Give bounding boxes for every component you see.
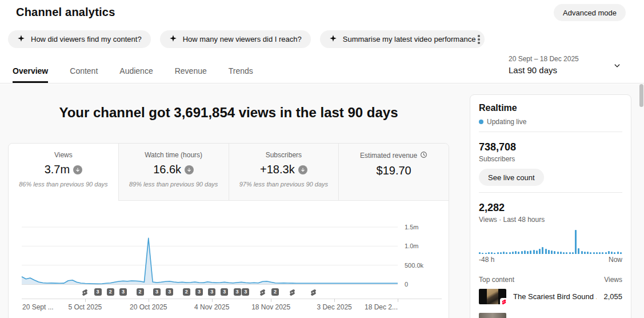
video-upload-marker[interactable]: 3 bbox=[208, 288, 215, 296]
axis-end-label: Now bbox=[609, 256, 622, 264]
realtime-bar bbox=[515, 251, 517, 254]
realtime-bar-chart[interactable] bbox=[479, 228, 622, 254]
video-upload-marker[interactable]: 3 bbox=[166, 288, 173, 296]
scrollbar-thumb[interactable] bbox=[639, 84, 643, 107]
metric-delta: 86% less than previous 90 days bbox=[9, 181, 118, 188]
video-upload-marker[interactable]: 3 bbox=[242, 288, 249, 296]
realtime-bar bbox=[524, 251, 526, 254]
metric-value-text: $19.70 bbox=[377, 164, 411, 177]
metric-label: Watch time (hours) bbox=[119, 151, 229, 159]
realtime-bar bbox=[611, 252, 613, 254]
clock-icon bbox=[420, 151, 427, 160]
metric-value: 16.6k bbox=[119, 163, 229, 176]
metric-value-text: 3.7m bbox=[45, 163, 70, 176]
svg-text:500.0k: 500.0k bbox=[405, 262, 424, 269]
tab-revenue[interactable]: Revenue bbox=[175, 66, 207, 83]
tab-content[interactable]: Content bbox=[70, 66, 98, 83]
suggestion-chip-label: How did viewers find my content? bbox=[31, 35, 142, 43]
realtime-bar bbox=[575, 230, 577, 254]
video-upload-marker[interactable]: 3 bbox=[153, 288, 161, 296]
tab-audience[interactable]: Audience bbox=[119, 66, 153, 83]
x-axis-tick bbox=[85, 299, 86, 302]
tab-overview[interactable]: Overview bbox=[13, 66, 48, 83]
realtime-card: Realtime Updating live 738,708 Subscribe… bbox=[470, 94, 631, 318]
realtime-bar bbox=[572, 252, 574, 254]
realtime-bar bbox=[533, 250, 535, 254]
suggestion-chip-3[interactable]: Summarise my latest video performance bbox=[320, 30, 485, 48]
realtime-subscriber-count: 738,708 bbox=[479, 141, 516, 153]
realtime-bar bbox=[542, 247, 543, 254]
x-axis-tick bbox=[149, 299, 149, 302]
overview-chart-card: Views3.7m86% less than previous 90 daysW… bbox=[8, 143, 449, 318]
realtime-status: Updating live bbox=[479, 118, 526, 126]
metric-card-subscribers[interactable]: Subscribers+18.3k97% less than previous … bbox=[229, 144, 339, 201]
realtime-bar bbox=[500, 252, 502, 254]
tab-trends[interactable]: Trends bbox=[229, 66, 253, 83]
video-count-badge: 2 bbox=[137, 288, 144, 296]
realtime-bar bbox=[557, 252, 559, 254]
see-live-count-button[interactable]: See live count bbox=[479, 169, 544, 186]
shorts-upload-marker[interactable] bbox=[289, 288, 296, 296]
realtime-bar bbox=[563, 252, 565, 254]
x-axis-label: 5 Oct 2025 bbox=[69, 303, 102, 311]
video-upload-marker[interactable]: 3 bbox=[221, 288, 228, 296]
shorts-upload-marker[interactable] bbox=[310, 288, 317, 296]
content-area: Your channel got 3,691,854 views in the … bbox=[0, 84, 644, 318]
realtime-bar bbox=[479, 252, 481, 254]
metric-card-watch-time-hours-[interactable]: Watch time (hours)16.6k89% less than pre… bbox=[118, 144, 229, 201]
suggestion-chip-label: How many new viewers did I reach? bbox=[183, 35, 302, 43]
metric-value: +18.3k bbox=[229, 163, 339, 176]
shorts-upload-marker[interactable] bbox=[81, 288, 89, 296]
video-upload-marker[interactable]: 3 bbox=[195, 288, 203, 296]
realtime-bar bbox=[560, 252, 562, 254]
views-line-chart[interactable]: 1.5m1.0m500.0k0 3232332333332 20 Sept ..… bbox=[9, 218, 449, 318]
realtime-views-count: 2,282 bbox=[479, 202, 505, 214]
views-headline: Your channel got 3,691,854 views in the … bbox=[8, 105, 449, 121]
live-dot-icon bbox=[479, 120, 483, 124]
realtime-bar bbox=[497, 252, 499, 254]
video-upload-marker[interactable]: 2 bbox=[107, 288, 114, 296]
realtime-bar bbox=[551, 251, 553, 254]
suggestion-chip-label: Summarise my latest video performance bbox=[343, 35, 476, 43]
more-options-kebab-icon[interactable] bbox=[475, 33, 483, 46]
sparkle-icon bbox=[169, 34, 177, 44]
realtime-bar bbox=[488, 252, 490, 254]
svg-text:0: 0 bbox=[405, 281, 408, 288]
suggestion-chip-1[interactable]: How did viewers find my content? bbox=[8, 30, 151, 48]
x-axis-label: 3 Dec 2025 bbox=[317, 303, 351, 311]
video-upload-marker[interactable]: 2 bbox=[137, 288, 144, 296]
analytics-tabs: OverviewContentAudienceRevenueTrends bbox=[13, 66, 253, 83]
shorts-icon bbox=[81, 288, 89, 298]
metric-label-text: Estimated revenue bbox=[360, 152, 417, 160]
metric-card-views[interactable]: Views3.7m86% less than previous 90 days bbox=[9, 144, 118, 201]
realtime-bar bbox=[509, 252, 511, 254]
video-upload-marker[interactable]: 3 bbox=[119, 288, 127, 296]
realtime-bar bbox=[596, 252, 598, 254]
chevron-down-icon[interactable] bbox=[612, 61, 622, 73]
realtime-axis-labels: -48 h Now bbox=[479, 256, 622, 264]
realtime-bar bbox=[512, 252, 514, 254]
realtime-views-label: Views · Last 48 hours bbox=[479, 216, 545, 224]
date-range-picker[interactable]: 20 Sept – 18 Dec 2025 Last 90 days bbox=[509, 55, 579, 75]
video-upload-marker[interactable]: 2 bbox=[183, 288, 190, 296]
date-preset-text: Last 90 days bbox=[509, 65, 579, 75]
svg-text:1.0m: 1.0m bbox=[405, 243, 418, 249]
x-axis-label: 4 Nov 2025 bbox=[194, 303, 229, 311]
video-upload-marker[interactable]: 3 bbox=[94, 288, 102, 296]
realtime-bar bbox=[566, 252, 567, 254]
video-upload-marker[interactable]: 2 bbox=[271, 288, 279, 296]
top-content-row[interactable]: The Scariest Bird Sound ... 2,055 bbox=[479, 289, 622, 304]
page-title: Channel analytics bbox=[16, 6, 115, 19]
metric-card-estimated-revenue[interactable]: Estimated revenue$19.70 bbox=[338, 144, 449, 201]
video-thumbnail[interactable] bbox=[479, 313, 506, 318]
suggestion-chip-2[interactable]: How many new viewers did I reach? bbox=[160, 30, 311, 48]
divider bbox=[479, 132, 622, 132]
advanced-mode-button[interactable]: Advanced mode bbox=[554, 4, 626, 21]
metric-value: 3.7m bbox=[9, 163, 118, 176]
x-axis-label: 18 Nov 2025 bbox=[251, 303, 290, 311]
realtime-bar bbox=[587, 252, 589, 254]
shorts-upload-marker[interactable] bbox=[259, 288, 266, 296]
realtime-bar bbox=[599, 252, 601, 254]
video-upload-marker[interactable]: 3 bbox=[234, 288, 241, 296]
metric-delta: 89% less than previous 90 days bbox=[119, 181, 229, 188]
